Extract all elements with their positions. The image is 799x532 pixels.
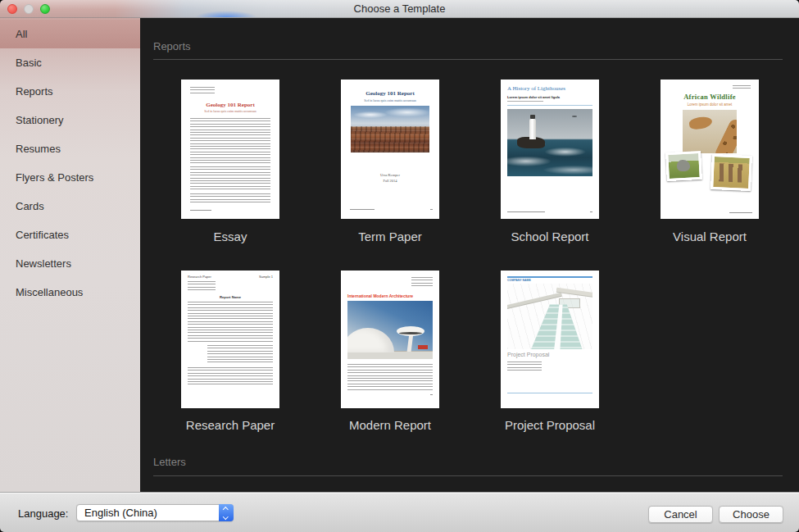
template-thumbnail-visual-report: African Wildlife Lorem ipsum dolor sit a… <box>661 80 759 219</box>
text-lines <box>190 193 270 204</box>
text-lines <box>190 87 215 95</box>
category-list: All Basic Reports Stationery Resumes Fly… <box>0 20 140 307</box>
quote-lines <box>207 345 273 365</box>
language-label: Language: <box>18 507 68 520</box>
blue-rule <box>507 105 592 106</box>
thumb-page-title: Geology 101 Report <box>181 102 279 108</box>
architecture-sketch <box>507 284 592 349</box>
text-lines <box>190 166 270 191</box>
thumb-page-subtitle: Sed in lacus quis enim mattis accumsan <box>181 109 279 113</box>
template-card-essay[interactable]: Geology 101 Report Sed in lacus quis eni… <box>181 80 279 219</box>
sidebar-item-resumes[interactable]: Resumes <box>0 134 140 163</box>
thumb-company-name: COMPANY NAME <box>507 279 531 282</box>
template-card-visual-report[interactable]: African Wildlife Lorem ipsum dolor sit a… <box>661 80 759 219</box>
giraffe-neck <box>714 117 737 153</box>
template-name: School Report <box>470 230 630 243</box>
tower-stem <box>407 334 414 352</box>
meerkats-photo <box>710 154 752 191</box>
template-thumbnail-research-paper: Research Paper Sample 1 Report Name <box>181 271 279 408</box>
thumb-page-title: Report Name <box>181 295 279 299</box>
section-divider <box>153 59 783 60</box>
template-name: Modern Report <box>310 418 470 432</box>
category-sidebar: All Basic Reports Stationery Resumes Fly… <box>0 18 140 492</box>
text-lines <box>507 361 542 373</box>
chevron-up-icon <box>223 507 228 512</box>
template-thumbnail-modern-report: International Modern Architecture <box>341 271 439 408</box>
template-thumbnail-term-paper: Geology 101 Report Sed in lacus quis eni… <box>341 80 439 219</box>
giraffe-photo <box>683 110 737 153</box>
canyon-photo <box>351 106 429 152</box>
text-lines <box>188 302 273 343</box>
language-dropdown[interactable]: English (China) <box>76 504 234 521</box>
sidebar-item-reports[interactable]: Reports <box>0 77 140 106</box>
template-thumbnail-project-proposal: COMPANY NAME Project Proposal <box>501 271 599 408</box>
text-lines <box>347 364 433 390</box>
template-name: Research Paper <box>150 418 311 432</box>
sidebar-item-certificates[interactable]: Certificates <box>0 221 140 249</box>
choose-button[interactable]: Choose <box>719 506 783 523</box>
template-thumbnail-essay: Geology 101 Report Sed in lacus quis eni… <box>181 80 279 219</box>
section-title-reports: Reports <box>153 40 191 52</box>
thumb-header-left: Research Paper <box>188 275 211 279</box>
sidebar-item-flyers-posters[interactable]: Flyers & Posters <box>0 163 140 192</box>
thumb-page-title: International Modern Architecture <box>347 293 413 298</box>
template-gallery: Reports Geology 101 Report Sed in lacus … <box>140 18 799 492</box>
template-thumbnail-school-report: A History of Lighthouses Lorem ipsum dol… <box>501 80 599 219</box>
template-card-school-report[interactable]: A History of Lighthouses Lorem ipsum dol… <box>501 80 599 219</box>
tower-disc <box>397 326 424 336</box>
text-lines <box>411 277 433 289</box>
lighthouse-photo <box>507 109 592 176</box>
sidebar-item-cards[interactable]: Cards <box>0 192 140 221</box>
template-card-modern-report[interactable]: International Modern Architecture Modern… <box>341 271 439 408</box>
dropdown-stepper-icon <box>219 504 234 521</box>
byline-line <box>507 101 543 102</box>
language-dropdown-value: English (China) <box>84 507 157 519</box>
elephant-photo <box>665 151 702 181</box>
footer-line <box>190 210 211 211</box>
blue-rule <box>507 393 592 393</box>
sidebar-item-miscellaneous[interactable]: Miscellaneous <box>0 278 140 307</box>
dome <box>347 328 394 352</box>
template-name: Term Paper <box>310 230 470 243</box>
bottom-bar: Language: English (China) Cancel Choose <box>0 492 799 532</box>
choose-template-dialog: Choose a Template All Basic Reports Stat… <box>0 0 799 532</box>
bird <box>572 116 577 117</box>
thumb-page-title: African Wildlife <box>661 93 759 101</box>
page-number-mark <box>430 209 433 210</box>
footer-line <box>507 211 545 212</box>
sidebar-item-stationery[interactable]: Stationery <box>0 106 140 134</box>
thumb-author: Ursa Kemper <box>341 173 439 177</box>
lighthouse-tower <box>529 119 536 139</box>
blue-rule <box>507 276 592 278</box>
thumb-header-right: Sample 1 <box>259 275 273 279</box>
template-name: Visual Report <box>629 230 790 243</box>
sidebar-item-basic[interactable]: Basic <box>0 48 140 77</box>
page-number-mark <box>430 394 433 395</box>
cancel-button[interactable]: Cancel <box>648 506 713 523</box>
thumb-page-subtitle: Sed in lacus quis enim mattis accumsan <box>341 98 439 102</box>
text-lines <box>190 118 270 164</box>
footer-line <box>350 209 375 210</box>
thumb-page-title: Geology 101 Report <box>341 90 439 97</box>
text-lines <box>188 281 216 293</box>
sidebar-item-newsletters[interactable]: Newsletters <box>0 249 140 278</box>
template-card-research-paper[interactable]: Research Paper Sample 1 Report Name Rese… <box>181 271 279 408</box>
template-name: Project Proposal <box>470 418 630 432</box>
footer-line <box>729 212 752 213</box>
sidebar-item-all[interactable]: All <box>0 20 140 48</box>
title-bar[interactable]: Choose a Template <box>0 0 799 18</box>
giraffe-head <box>688 116 713 131</box>
thumb-term: Fall 2014 <box>341 179 439 183</box>
thumb-page-subtitle: Lorem ipsum dolor sit amet ligula <box>507 95 560 99</box>
text-lines <box>733 85 751 91</box>
text-lines <box>188 367 273 385</box>
template-name: Essay <box>150 230 311 243</box>
thumb-page-subtitle: Lorem ipsum dolor sit amet <box>661 102 759 107</box>
section-divider <box>153 475 783 476</box>
sketch-beam <box>556 288 592 298</box>
section-title-letters: Letters <box>153 456 186 468</box>
thumb-page-title: Project Proposal <box>507 352 549 357</box>
page-number-mark <box>590 211 592 212</box>
template-card-project-proposal[interactable]: COMPANY NAME Project Proposal Project Pr… <box>501 271 599 408</box>
template-card-term-paper[interactable]: Geology 101 Report Sed in lacus quis eni… <box>341 80 439 219</box>
